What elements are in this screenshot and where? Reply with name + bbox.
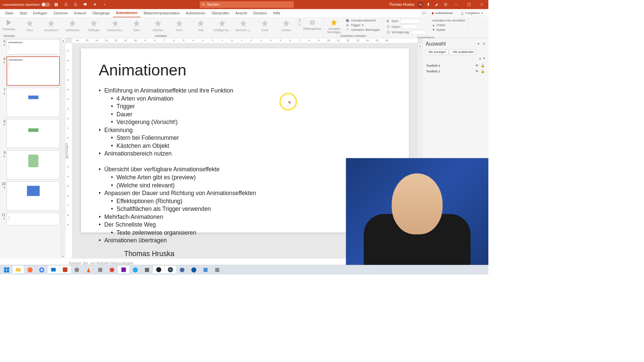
firefox-icon[interactable]: [24, 265, 36, 274]
animation-wachsen u...[interactable]: Wachsen u...: [233, 18, 254, 32]
user-name[interactable]: Thomas Hruska: [389, 3, 414, 7]
start-field[interactable]: Start:: [386, 19, 426, 23]
slide-thumbnail-8[interactable]: [7, 119, 60, 148]
animation-pane-button[interactable]: Animationsbereich: [346, 19, 380, 22]
tab-hilfe[interactable]: Hilfe: [270, 9, 283, 17]
record-app-icon[interactable]: [165, 265, 176, 274]
vlc-icon[interactable]: [83, 265, 94, 274]
chevron-down-icon[interactable]: ▾: [478, 42, 479, 46]
chrome-icon[interactable]: [36, 265, 47, 274]
onenote-icon[interactable]: [118, 265, 129, 274]
move-later-button[interactable]: ▼ Später: [432, 28, 465, 32]
telegram-icon[interactable]: [130, 265, 141, 274]
app-icon[interactable]: [71, 265, 82, 274]
tab-start[interactable]: Start: [16, 9, 30, 17]
start-icon[interactable]: [82, 1, 89, 8]
obs-icon[interactable]: [153, 265, 164, 274]
close-icon[interactable]: ✕: [483, 42, 485, 46]
app-icon-4[interactable]: [142, 265, 153, 274]
app-icon-3[interactable]: [106, 265, 117, 274]
comments-button[interactable]: [421, 10, 427, 16]
touch-icon[interactable]: [92, 1, 99, 8]
lock-icon[interactable]: 🔓: [481, 64, 485, 67]
tab-presentation[interactable]: Bildschirmpräsentation: [141, 9, 183, 17]
animation-erscheinen[interactable]: Erscheinen: [41, 18, 61, 32]
slide-thumbnail-9[interactable]: [7, 150, 60, 179]
effect-options-button[interactable]: Effektoptionen: [305, 18, 320, 31]
slide-thumbnail-7[interactable]: [7, 88, 60, 117]
tab-uebergaenge[interactable]: Übergänge: [89, 9, 113, 17]
app-icon-6[interactable]: [200, 265, 211, 274]
share-button[interactable]: Freigeben▼: [458, 10, 486, 16]
animation-wischen[interactable]: Wischen: [148, 18, 168, 32]
minimize-button[interactable]: [451, 0, 462, 9]
app-icon-5[interactable]: [176, 265, 187, 274]
gallery-up-icon[interactable]: ▲: [297, 18, 302, 20]
tab-einfuegen[interactable]: Einfügen: [30, 9, 50, 17]
animation-rad[interactable]: Rad: [190, 18, 211, 32]
tab-ueberpruefen[interactable]: Überprüfen: [208, 9, 232, 17]
qat-more-icon[interactable]: [101, 1, 108, 8]
selection-item[interactable]: Textfeld 1👁🔓: [426, 68, 485, 74]
record-button[interactable]: Aufzeichnen: [429, 10, 456, 16]
thumbnails-scrollbar[interactable]: ▲ ▼: [61, 38, 65, 258]
animation-verblassen[interactable]: Verblassen: [62, 18, 83, 32]
search-box[interactable]: [200, 1, 294, 8]
animation-painter-button[interactable]: Animation übertragen: [346, 28, 380, 32]
slide-title[interactable]: Animationen: [99, 61, 391, 79]
animation-zoom[interactable]: Zoom: [254, 18, 275, 32]
tab-entwurf[interactable]: Entwurf: [71, 9, 89, 17]
scroll-up-icon[interactable]: ▲: [61, 38, 65, 43]
move-down-icon[interactable]: ▼: [483, 57, 485, 60]
start-menu-button[interactable]: [1, 265, 12, 274]
tab-ansicht[interactable]: Ansicht: [232, 9, 250, 17]
hide-all-button[interactable]: Alle ausblenden: [450, 49, 476, 55]
selection-item[interactable]: Textfeld 4👁🔓: [426, 63, 485, 68]
preview-button[interactable]: Vorschau: [1, 18, 17, 31]
undo-icon[interactable]: [62, 1, 69, 8]
user-avatar[interactable]: TH: [417, 2, 423, 8]
scroll-up-icon[interactable]: ▲: [418, 43, 422, 48]
tab-datei[interactable]: Datei: [2, 9, 16, 17]
add-animation-button[interactable]: Animation hinzufügen: [325, 18, 343, 34]
animation-ohne[interactable]: Ohne: [19, 18, 40, 32]
animation-einfliegen[interactable]: Einfliegen: [84, 18, 104, 32]
maximize-button[interactable]: [464, 0, 475, 9]
close-button[interactable]: [476, 0, 487, 9]
move-earlier-button[interactable]: ▲ Früher: [432, 23, 465, 27]
animation-zufällige ba...[interactable]: Zufällige Ba...: [212, 18, 232, 32]
scroll-down-icon[interactable]: ▼: [61, 254, 65, 258]
gallery-down-icon[interactable]: ▼: [297, 20, 302, 23]
diamond-icon[interactable]: [425, 1, 432, 8]
tab-zeichnen[interactable]: Zeichnen: [50, 9, 71, 17]
app-icon-2[interactable]: [95, 265, 106, 274]
search-input[interactable]: [207, 3, 291, 7]
lock-icon[interactable]: 🔓: [481, 69, 485, 73]
tab-animationen[interactable]: Animationen: [113, 9, 141, 17]
duration-field[interactable]: Dauer:: [386, 24, 426, 29]
slide-thumbnail-6[interactable]: Animationen• ...• ...• ...: [7, 56, 60, 85]
edge-icon[interactable]: [188, 265, 199, 274]
toggle-switch[interactable]: [42, 3, 50, 7]
tab-dictation[interactable]: Dictation: [250, 9, 270, 17]
delay-field[interactable]: Verzögerung:: [386, 30, 426, 35]
show-all-button[interactable]: Alle anzeigen: [426, 49, 448, 55]
gallery-more-icon[interactable]: ▾: [297, 23, 302, 26]
ribbon-options-icon[interactable]: [442, 1, 449, 8]
explorer-icon[interactable]: [13, 265, 24, 274]
slide-thumbnail-5[interactable]: Animationen• ...• ...• ...: [7, 39, 60, 54]
visibility-icon[interactable]: 👁: [475, 64, 479, 67]
app-icon-7[interactable]: [212, 265, 223, 274]
tab-aufzeichnen[interactable]: Aufzeichnen: [183, 9, 209, 17]
move-up-icon[interactable]: ▲: [479, 57, 481, 60]
animation-hineinschw...[interactable]: Hineinschw...: [105, 18, 125, 32]
redo-icon[interactable]: [72, 1, 79, 8]
slide-thumbnail-11[interactable]: • ...• ...• ...: [7, 213, 60, 226]
trigger-button[interactable]: Trigger ▾: [346, 23, 380, 27]
animation-form[interactable]: Form: [169, 18, 190, 32]
animation-drehen[interactable]: Drehen: [276, 18, 297, 32]
outlook-icon[interactable]: [48, 265, 59, 274]
save-icon[interactable]: [53, 1, 60, 8]
slide-thumbnail-10[interactable]: [7, 181, 60, 210]
animation-teilen[interactable]: Teilen: [126, 18, 147, 32]
